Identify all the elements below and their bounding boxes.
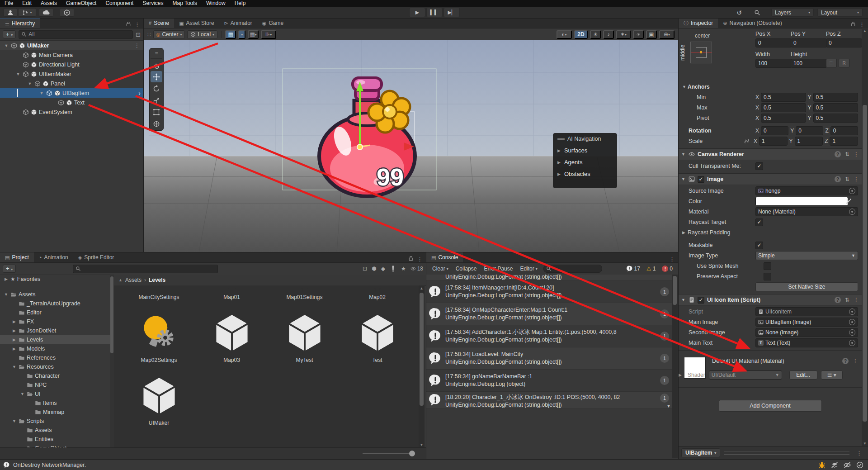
material-menu-icon[interactable]: ⋮ [853,358,858,364]
lock-icon[interactable] [408,256,414,261]
gizmos-dropdown[interactable]: ⊕▾ [659,30,675,39]
folder-tree-item[interactable]: ★ Editor [0,308,114,317]
menu-item[interactable]: File [0,0,18,7]
account-button[interactable] [4,8,17,17]
eyedropper-icon[interactable] [845,198,852,204]
view-hand-tool[interactable] [151,59,162,71]
color-swatch-field[interactable] [755,197,848,206]
scale-x-field[interactable]: 1 [759,137,788,146]
project-area-tab[interactable]: ▤Project [0,252,34,262]
scale-tool[interactable] [151,95,162,106]
camera-settings-button[interactable]: ▣ [646,30,657,39]
menu-item[interactable]: Assets [36,0,61,7]
menu-item[interactable]: GameObject [61,0,101,7]
hidden-objects-toggle[interactable] [633,30,644,39]
potion-sprite[interactable]: 99 [319,78,415,196]
version-control-button[interactable]: ▾ [18,8,36,17]
help-icon[interactable]: ? [835,176,841,182]
breadcrumb-current[interactable]: Levels [149,277,165,283]
snap-increment-button[interactable]: ⊪▾ [261,30,276,39]
anchor-y-field[interactable]: 0.5 [813,103,858,112]
nav-overlay-item[interactable]: ▶Surfaces [557,147,613,154]
shader-edit-button[interactable]: Edit... [789,370,817,380]
effects-toggle[interactable]: ✶▾ [616,30,631,39]
menu-item[interactable]: Component [101,0,138,7]
canvas-renderer-header[interactable]: ▼ Canvas Renderer ?⇅⋮ [679,148,862,160]
status-message[interactable]: OnDestroy NetworkManager. [13,462,86,468]
folder-tree-item[interactable]: ▶ ★ Favorites [0,275,114,284]
tab-console[interactable]: ▤Console [426,252,463,262]
hierarchy-item[interactable]: Main Camera [0,50,143,60]
material-field[interactable]: None (Material) [755,207,858,216]
package-filter-icon[interactable]: ⬢ [372,266,376,272]
help-icon[interactable]: ? [835,297,841,303]
hierarchy-item[interactable]: Text [0,98,143,107]
warning-count-badge[interactable]: ⚠1 [644,266,658,272]
panel-menu-icon[interactable]: ⋮ [414,256,426,262]
scene-view-tab[interactable]: ⊳Animator [219,18,257,28]
script-enabled-checkbox[interactable] [698,297,704,304]
project-search-input[interactable] [73,265,217,273]
menu-item[interactable]: Edit [18,0,36,7]
2d-mode-toggle[interactable]: 2D [574,30,588,39]
console-log-entry[interactable]: [17:58:34] AddCharacter:1:小冰冰 Map:1 Enti… [426,325,672,347]
image-header[interactable]: ▼ Image ?⇅⋮ [679,173,862,185]
panel-menu-icon[interactable]: ⋮ [666,256,678,262]
asset-tile[interactable]: Map02 [341,288,414,300]
tool-handle-rotation-dropdown[interactable]: Local▾ [187,30,217,39]
panel-menu-icon[interactable]: ⋮ [856,21,868,28]
folder-tree-item[interactable]: ▼ ★ Resources [0,362,114,371]
project-area-tab[interactable]: ◈Sprite Editor [73,252,119,262]
tools-overlay-handle[interactable]: ≡ [151,49,162,59]
scene-view-tab[interactable]: ▣Asset Store [174,18,219,28]
icon-zoom-slider[interactable] [363,453,413,454]
main-image-field[interactable]: UIBagItem (Image) [755,318,858,327]
gizmo-center-handle[interactable] [357,144,363,150]
project-area-tab[interactable]: ◔Animation [34,252,73,262]
folder-tree-item[interactable]: ★ References [0,353,114,362]
move-tool[interactable] [151,71,162,82]
ui-icon-item-header[interactable]: ▼ UI Icon Item (Script) ?⇅⋮ [679,294,862,306]
folder-tree-item[interactable]: ▶ ★ JsonDotNet [0,326,114,335]
info-count-badge[interactable]: 17 [624,266,643,272]
add-component-button[interactable]: Add Component [719,400,822,412]
image-type-dropdown[interactable]: Simple ▼ [755,251,858,260]
help-icon[interactable]: ? [835,151,841,157]
error-count-badge[interactable]: !0 [659,266,675,272]
raycast-padding-row[interactable]: ▶ Raycast Padding [679,228,862,237]
shader-dropdown[interactable]: UI/Default ▼ [709,370,782,380]
transform-tool[interactable] [151,118,162,129]
hierarchy-item[interactable]: ▼ UIItemMaker [0,69,143,79]
object-picker-icon[interactable] [849,188,855,194]
anchor-y-field[interactable]: 0.5 [813,114,858,123]
folder-tree-item[interactable]: ▶ ★ FX [0,317,114,326]
object-picker-icon[interactable] [849,309,855,315]
asset-bar-menu-icon[interactable]: ⋮ [853,450,865,456]
object-picker-icon[interactable] [849,340,855,346]
layers-dropdown[interactable]: Layers▾ [771,8,814,17]
scene-view-tab[interactable]: #Scene [144,18,174,28]
expand-entry-icon[interactable]: ▼ [666,404,671,408]
breadcrumb-root[interactable]: Assets [125,277,142,283]
source-image-field[interactable]: hongp [755,186,858,195]
asset-tile[interactable]: Map03 [195,311,268,363]
blueprint-mode-button[interactable]: ⬚ [826,59,837,67]
preview-disabled-icon[interactable] [844,461,851,469]
folder-tree-item[interactable]: ★ Minimap [0,408,114,417]
folder-tree-item[interactable]: ▶ ★ Levels [0,335,114,344]
console-log-entry[interactable]: UnityEngine.Debug:LogFormat (string,obje… [426,275,672,281]
step-button[interactable]: ▶▏ [443,8,460,17]
maskable-checkbox[interactable] [755,242,763,249]
layers-disabled-icon[interactable] [831,461,838,469]
rect-tool[interactable] [151,106,162,118]
component-menu-icon[interactable]: ⋮ [854,151,859,157]
prefab-open-chevron-icon[interactable]: › [138,90,141,97]
image-enabled-checkbox[interactable] [698,176,704,183]
hierarchy-item[interactable]: Directional Light [0,60,143,69]
set-native-size-button[interactable]: Set Native Size [755,282,858,291]
rotation-y-field[interactable]: 0 [796,126,823,135]
raw-edit-mode-button[interactable]: R [839,59,849,67]
folder-tree-item[interactable]: ★ Assets [0,426,114,435]
lock-icon[interactable] [126,21,131,27]
rotation-x-field[interactable]: 0 [761,126,788,135]
